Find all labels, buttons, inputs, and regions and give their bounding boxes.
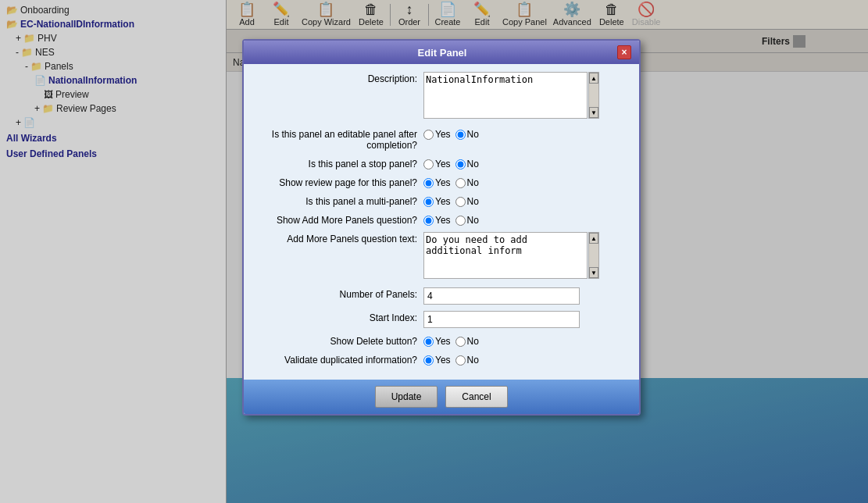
multi-no-label[interactable]: No bbox=[455, 196, 479, 207]
description-value: ▲ ▼ bbox=[423, 72, 631, 121]
add-more-yes-radio[interactable] bbox=[423, 216, 434, 226]
show-delete-yes-radio[interactable] bbox=[423, 337, 434, 347]
modal-close-button[interactable]: × bbox=[617, 45, 631, 59]
review-row: Show review page for this panel? Yes No bbox=[252, 176, 631, 188]
validate-label: Validate duplicated information? bbox=[252, 353, 423, 366]
editable-label: Is this panel an editable panel after co… bbox=[252, 127, 423, 151]
editable-no-radio[interactable] bbox=[455, 130, 466, 140]
show-delete-no-radio[interactable] bbox=[455, 337, 466, 347]
scroll-up-arrow[interactable]: ▲ bbox=[589, 73, 598, 84]
multi-no-radio[interactable] bbox=[455, 197, 466, 207]
editable-row: Is this panel an editable panel after co… bbox=[252, 127, 631, 151]
add-more-radio-group: Yes No bbox=[423, 213, 631, 226]
review-radio-group: Yes No bbox=[423, 176, 631, 188]
add-more-text-scroll-box: ▲ ▼ bbox=[423, 232, 599, 281]
update-button[interactable]: Update bbox=[375, 386, 438, 408]
validate-no-radio[interactable] bbox=[455, 355, 466, 366]
show-delete-no-label[interactable]: No bbox=[455, 336, 479, 347]
description-textarea[interactable] bbox=[423, 72, 588, 119]
multi-yes-radio[interactable] bbox=[423, 197, 434, 207]
start-index-value bbox=[423, 311, 631, 328]
description-scrollbar: ▲ ▼ bbox=[588, 72, 599, 119]
review-label: Show review page for this panel? bbox=[252, 176, 423, 188]
validate-radio-group: Yes No bbox=[423, 353, 631, 366]
num-panels-row: Number of Panels: bbox=[252, 287, 631, 305]
show-delete-label: Show Delete button? bbox=[252, 334, 423, 347]
multi-yes-label[interactable]: Yes bbox=[423, 196, 451, 207]
edit-panel-modal: Edit Panel × Description: ▲ ▼ Is this pa… bbox=[242, 39, 641, 416]
editable-yes-label[interactable]: Yes bbox=[423, 129, 451, 140]
add-more-text-textarea[interactable] bbox=[423, 232, 588, 279]
validate-yes-label[interactable]: Yes bbox=[423, 355, 451, 366]
description-label: Description: bbox=[252, 72, 423, 84]
validate-no-label[interactable]: No bbox=[455, 355, 479, 366]
review-no-label[interactable]: No bbox=[455, 177, 479, 188]
stop-no-radio[interactable] bbox=[455, 159, 466, 169]
review-yes-label[interactable]: Yes bbox=[423, 177, 451, 188]
editable-yes-radio[interactable] bbox=[423, 130, 434, 140]
add-more-text-row: Add More Panels question text: ▲ ▼ bbox=[252, 232, 631, 281]
show-delete-row: Show Delete button? Yes No bbox=[252, 334, 631, 347]
modal-titlebar: Edit Panel × bbox=[244, 41, 639, 64]
show-delete-yes-label[interactable]: Yes bbox=[423, 336, 451, 347]
description-row: Description: ▲ ▼ bbox=[252, 72, 631, 121]
num-panels-label: Number of Panels: bbox=[252, 287, 423, 300]
add-more-scroll-up[interactable]: ▲ bbox=[589, 233, 598, 244]
multi-panel-radio-group: Yes No bbox=[423, 194, 631, 207]
multi-panel-row: Is this panel a multi-panel? Yes No bbox=[252, 194, 631, 207]
add-more-text-scrollbar: ▲ ▼ bbox=[588, 232, 599, 279]
scroll-down-arrow[interactable]: ▼ bbox=[589, 107, 598, 118]
num-panels-value bbox=[423, 287, 631, 305]
add-more-label: Show Add More Panels question? bbox=[252, 213, 423, 226]
review-no-radio[interactable] bbox=[455, 178, 466, 188]
editable-no-label[interactable]: No bbox=[455, 129, 479, 140]
add-more-no-radio[interactable] bbox=[455, 216, 466, 226]
stop-no-label[interactable]: No bbox=[455, 159, 479, 169]
stop-yes-label[interactable]: Yes bbox=[423, 159, 451, 169]
modal-body: Description: ▲ ▼ Is this panel an editab… bbox=[244, 64, 639, 380]
stop-panel-radio-group: Yes No bbox=[423, 157, 631, 169]
modal-title: Edit Panel bbox=[267, 47, 617, 59]
start-index-input[interactable] bbox=[423, 311, 580, 328]
description-scroll-box: ▲ ▼ bbox=[423, 72, 599, 121]
add-more-scroll-down[interactable]: ▼ bbox=[589, 267, 598, 278]
multi-panel-label: Is this panel a multi-panel? bbox=[252, 194, 423, 207]
editable-radio-group: Yes No bbox=[423, 127, 631, 140]
add-more-text-label: Add More Panels question text: bbox=[252, 232, 423, 244]
validate-row: Validate duplicated information? Yes No bbox=[252, 353, 631, 366]
add-more-row: Show Add More Panels question? Yes No bbox=[252, 213, 631, 226]
cancel-button[interactable]: Cancel bbox=[445, 386, 508, 408]
add-more-text-value: ▲ ▼ bbox=[423, 232, 631, 281]
start-index-label: Start Index: bbox=[252, 311, 423, 323]
stop-panel-row: Is this panel a stop panel? Yes No bbox=[252, 157, 631, 169]
add-more-yes-label[interactable]: Yes bbox=[423, 215, 451, 226]
validate-yes-radio[interactable] bbox=[423, 355, 434, 366]
stop-yes-radio[interactable] bbox=[423, 159, 434, 169]
add-more-no-label[interactable]: No bbox=[455, 215, 479, 226]
review-yes-radio[interactable] bbox=[423, 178, 434, 188]
start-index-row: Start Index: bbox=[252, 311, 631, 328]
modal-footer: Update Cancel bbox=[244, 380, 639, 414]
num-panels-input[interactable] bbox=[423, 287, 580, 305]
stop-panel-label: Is this panel a stop panel? bbox=[252, 157, 423, 169]
show-delete-radio-group: Yes No bbox=[423, 334, 631, 347]
